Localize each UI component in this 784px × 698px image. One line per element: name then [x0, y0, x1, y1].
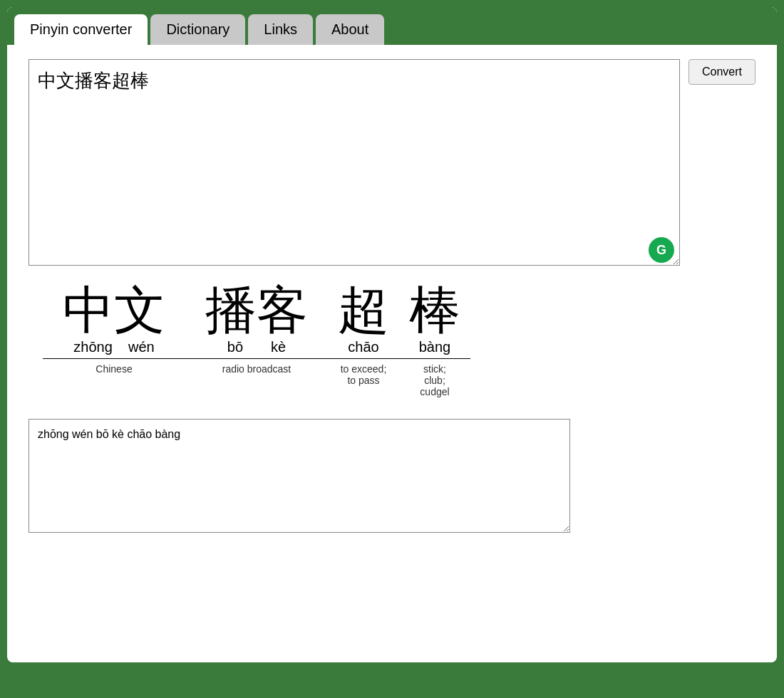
chars-display: 中 文 zhōng wén Chinese 播 客 bō kè radio br… [43, 283, 755, 397]
char-chao: 超 [338, 283, 389, 339]
meaning-boke: radio broadcast [185, 363, 328, 375]
pinyin-zhongwen: zhōng wén [43, 339, 185, 359]
pinyin-bang: bàng [399, 339, 470, 359]
pinyin-chao: chāo [328, 339, 399, 359]
char-bo: 播 [205, 283, 257, 339]
meaning-zhongwen: Chinese [43, 363, 185, 375]
chinese-input[interactable]: 中文播客超棒 [29, 59, 680, 266]
input-wrapper: 中文播客超棒 G [29, 59, 680, 269]
meaning-chao: to exceed;to pass [328, 363, 399, 386]
char-group-bang: 棒 bàng stick;club;cudgel [399, 283, 470, 397]
char-zhong: 中 [63, 283, 114, 339]
tab-links[interactable]: Links [248, 14, 313, 45]
chinese-chars-chao: 超 [338, 283, 389, 339]
app-container: Pinyin converter Dictionary Links About … [7, 7, 777, 662]
char-group-zhongwen: 中 文 zhōng wén Chinese [43, 283, 185, 397]
char-ke: 客 [257, 283, 308, 339]
chinese-chars-boke: 播 客 [205, 283, 308, 339]
meaning-bang: stick;club;cudgel [399, 363, 470, 397]
chinese-chars-zhongwen: 中 文 [63, 283, 165, 339]
char-wen: 文 [114, 283, 165, 339]
tab-dictionary[interactable]: Dictionary [150, 14, 245, 45]
tab-bar: Pinyin converter Dictionary Links About [7, 7, 777, 45]
grammarly-icon[interactable]: G [649, 237, 674, 263]
main-content: 中文播客超棒 G Convert 中 文 zhōng wén Chinese 播 [7, 45, 777, 550]
convert-button[interactable]: Convert [688, 59, 755, 85]
pinyin-boke: bō kè [185, 339, 328, 359]
char-group-chao: 超 chāo to exceed;to pass [328, 283, 399, 397]
output-wrapper: zhōng wén bō kè chāo bàng [29, 419, 570, 536]
pinyin-output[interactable]: zhōng wén bō kè chāo bàng [29, 419, 570, 533]
char-bang: 棒 [409, 283, 460, 339]
input-row: 中文播客超棒 G Convert [29, 59, 755, 269]
tab-pinyin-converter[interactable]: Pinyin converter [14, 14, 148, 45]
chinese-chars-bang: 棒 [409, 283, 460, 339]
tab-about[interactable]: About [316, 14, 384, 45]
char-group-boke: 播 客 bō kè radio broadcast [185, 283, 328, 397]
